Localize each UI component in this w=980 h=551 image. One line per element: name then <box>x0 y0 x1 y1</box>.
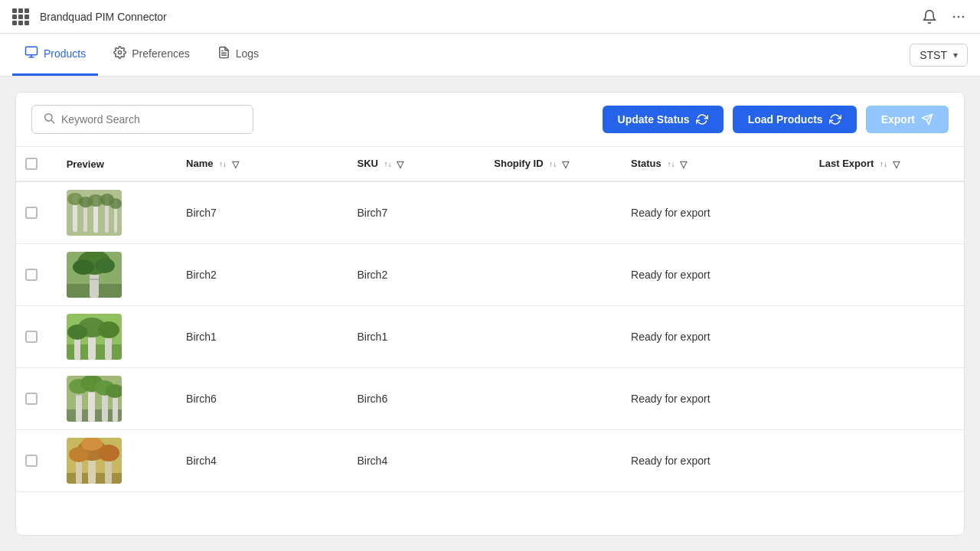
products-table-wrap: Preview Name ↑↓ ▽ SKU ↑↓ ▽ <box>16 147 964 536</box>
sku-filter-icon[interactable]: ▽ <box>397 159 403 170</box>
tab-logs[interactable]: Logs <box>205 34 271 76</box>
row-sku-cell: Birch7 <box>348 181 485 244</box>
row-checkbox-cell <box>16 430 57 492</box>
svg-point-2 <box>962 15 965 18</box>
store-selector[interactable]: STST ▾ <box>910 44 968 67</box>
svg-rect-3 <box>26 47 38 55</box>
row-status-cell: Ready for export <box>622 181 810 244</box>
tab-products[interactable]: Products <box>12 34 98 76</box>
logs-tab-label: Logs <box>236 47 259 60</box>
select-all-checkbox[interactable] <box>25 158 38 170</box>
row-status-cell: Ready for export <box>622 244 810 306</box>
shopify-sort-icon[interactable]: ↑↓ <box>549 161 557 168</box>
table-row: Birch2 Birch2 Ready for export <box>16 244 964 306</box>
row-shopify-id-cell <box>485 368 622 430</box>
table-header-row: Preview Name ↑↓ ▽ SKU ↑↓ ▽ <box>16 147 964 181</box>
app-title: Brandquad PIM Connector <box>40 11 913 23</box>
logs-tab-icon <box>217 46 230 62</box>
svg-point-0 <box>953 15 956 18</box>
tabbar: Products Preferences Logs <box>0 34 980 77</box>
store-selected-value: STST <box>920 49 947 61</box>
product-thumbnail <box>67 252 122 298</box>
table-row: Birch4 Birch4 Ready for export <box>16 430 964 492</box>
svg-point-34 <box>95 258 115 273</box>
status-column-header[interactable]: Status ↑↓ ▽ <box>622 147 810 181</box>
topbar: Brandquad PIM Connector <box>0 0 980 34</box>
row-checkbox[interactable] <box>25 207 38 219</box>
last-export-sort-icon[interactable]: ↑↓ <box>880 161 887 168</box>
row-preview-cell <box>57 181 177 244</box>
row-preview-cell <box>57 368 177 430</box>
search-box <box>31 105 253 134</box>
row-shopify-id-cell <box>485 306 622 368</box>
row-checkbox-cell <box>16 368 57 430</box>
row-last-export-cell <box>810 306 964 368</box>
row-checkbox-cell <box>16 244 57 306</box>
svg-point-1 <box>958 15 960 18</box>
sku-column-header[interactable]: SKU ↑↓ ▽ <box>348 147 485 181</box>
row-preview-cell <box>57 244 177 306</box>
name-sort-icon[interactable]: ↑↓ <box>219 161 227 168</box>
row-checkbox[interactable] <box>25 269 38 281</box>
row-name-cell: Birch7 <box>177 181 348 244</box>
table-row: Birch1 Birch1 Ready for export <box>16 306 964 368</box>
name-column-header[interactable]: Name ↑↓ ▽ <box>177 147 348 181</box>
grid-icon <box>12 8 29 25</box>
row-checkbox-cell <box>16 306 57 368</box>
row-name-cell: Birch1 <box>177 306 348 368</box>
row-shopify-id-cell <box>485 181 622 244</box>
row-checkbox[interactable] <box>25 455 38 467</box>
load-products-button[interactable]: Load Products <box>733 106 857 133</box>
product-thumbnail <box>67 438 122 484</box>
svg-point-43 <box>98 321 119 338</box>
row-checkbox[interactable] <box>25 331 38 343</box>
product-thumbnail <box>67 190 122 236</box>
tabs: Products Preferences Logs <box>12 34 910 76</box>
products-tab-icon <box>24 45 38 62</box>
status-filter-icon[interactable]: ▽ <box>680 159 687 170</box>
row-status-cell: Ready for export <box>622 306 810 368</box>
row-name-cell: Birch4 <box>177 430 348 492</box>
products-card: Update Status Load Products Export <box>15 92 965 536</box>
product-thumbnail <box>67 314 122 360</box>
row-sku-cell: Birch4 <box>348 430 485 492</box>
more-options-button[interactable] <box>949 8 968 26</box>
update-status-button[interactable]: Update Status <box>603 106 724 133</box>
products-tab-label: Products <box>44 47 86 60</box>
shopify-id-column-header[interactable]: Shopify ID ↑↓ ▽ <box>485 147 622 181</box>
row-sku-cell: Birch2 <box>348 244 485 306</box>
row-last-export-cell <box>810 430 964 492</box>
svg-rect-31 <box>90 279 99 280</box>
row-name-cell: Birch2 <box>177 244 348 306</box>
preferences-tab-icon <box>113 46 126 62</box>
svg-line-10 <box>51 120 54 123</box>
search-icon <box>43 112 55 127</box>
row-checkbox[interactable] <box>25 393 38 405</box>
row-sku-cell: Birch6 <box>348 368 485 430</box>
svg-rect-50 <box>76 394 82 396</box>
row-shopify-id-cell <box>485 430 622 492</box>
product-thumbnail <box>67 376 122 422</box>
shopify-filter-icon[interactable]: ▽ <box>562 159 569 170</box>
svg-point-33 <box>73 259 94 275</box>
search-input[interactable] <box>61 113 242 126</box>
last-export-filter-icon[interactable]: ▽ <box>893 159 900 170</box>
update-status-label: Update Status <box>618 113 690 126</box>
products-toolbar: Update Status Load Products Export <box>16 93 964 147</box>
row-shopify-id-cell <box>485 244 622 306</box>
svg-point-26 <box>109 198 122 209</box>
sku-sort-icon[interactable]: ↑↓ <box>384 161 392 168</box>
row-status-cell: Ready for export <box>622 368 810 430</box>
status-sort-icon[interactable]: ↑↓ <box>667 161 675 168</box>
row-sku-cell: Birch1 <box>348 306 485 368</box>
last-export-column-header[interactable]: Last Export ↑↓ ▽ <box>810 147 964 181</box>
main-content: Update Status Load Products Export <box>0 77 980 551</box>
export-button[interactable]: Export <box>866 106 949 133</box>
row-name-cell: Birch6 <box>177 368 348 430</box>
tab-preferences[interactable]: Preferences <box>101 34 201 76</box>
name-filter-icon[interactable]: ▽ <box>232 159 239 170</box>
row-last-export-cell <box>810 181 964 244</box>
row-preview-cell <box>57 306 177 368</box>
row-last-export-cell <box>810 244 964 306</box>
notification-button[interactable] <box>920 8 939 26</box>
